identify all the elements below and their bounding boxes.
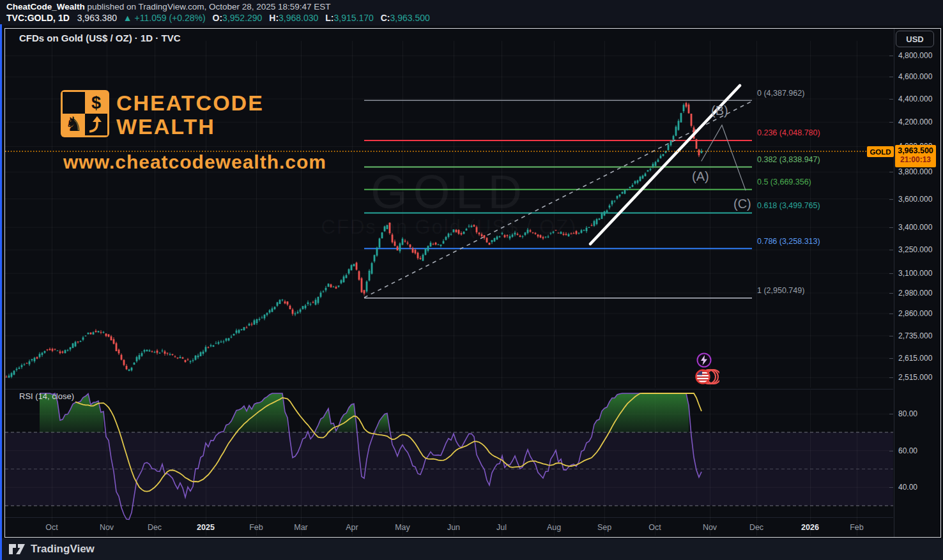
author-name: CheatCode_Wealth <box>6 2 85 11</box>
published-text: published on TradingView.com, October 28… <box>85 2 331 11</box>
close-value: 3,963.500 <box>390 13 429 23</box>
open-label: O: <box>213 13 223 23</box>
last-price-tag-value: 3,963.500 <box>895 146 936 155</box>
bar-countdown: 21:00:13 <box>895 155 936 164</box>
high-value: 3,968.030 <box>279 13 318 23</box>
price-line-symbol-tag[interactable]: GOLD <box>867 146 894 157</box>
rsi-pane <box>5 393 893 519</box>
symbol-name: TVC:GOLD, 1D <box>6 13 70 23</box>
left-accent-bar <box>0 24 2 560</box>
tradingview-snapshot-page: CheatCode_Wealth published on TradingVie… <box>0 0 943 560</box>
dollar-trophy-icon: $ <box>85 92 107 114</box>
low-value: 3,915.170 <box>334 13 373 23</box>
currency-button[interactable]: USD <box>896 31 934 47</box>
white-acceleration-trendline <box>590 86 740 244</box>
price-change: ▲ +11.059 (+0.28%) <box>123 13 206 23</box>
up-arrow-icon <box>85 114 107 135</box>
tradingview-logo-text[interactable]: TradingView <box>31 543 95 556</box>
chess-knight-icon: ♞ <box>63 114 85 135</box>
published-header: CheatCode_Wealth published on TradingVie… <box>0 0 943 26</box>
tradingview-logo-icon[interactable] <box>8 542 27 556</box>
last-price-tag[interactable]: 3,963.500 21:00:13 <box>895 145 936 167</box>
rsi-legend-title[interactable]: RSI (14, close) <box>19 391 74 401</box>
open-value: 3,952.290 <box>222 13 262 23</box>
brand-website: www.cheatcodewealth.com <box>63 151 326 173</box>
logo-dark-square <box>63 92 85 114</box>
high-label: H: <box>269 13 279 23</box>
us-economic-events-icon[interactable] <box>694 368 719 388</box>
low-label: L: <box>325 13 334 23</box>
close-label: C: <box>381 13 390 23</box>
price-chart[interactable] <box>0 0 943 560</box>
last-price: 3,963.380 <box>77 13 117 23</box>
symbol-ohlc-line: TVC:GOLD, 1D 3,963.380 ▲ +11.059 (+0.28%… <box>6 13 430 23</box>
cheatcode-wealth-logo-icon: $ ♞ <box>61 90 109 137</box>
tradingview-footer: TradingView <box>0 538 943 560</box>
abc-projection-zigzag <box>702 125 746 190</box>
chart-legend-title[interactable]: CFDs on Gold (US$ / OZ) · 1D · TVC <box>19 33 181 43</box>
published-byline: CheatCode_Wealth published on TradingVie… <box>6 2 331 11</box>
brand-name: CHEATCODEWEALTH <box>116 91 264 139</box>
